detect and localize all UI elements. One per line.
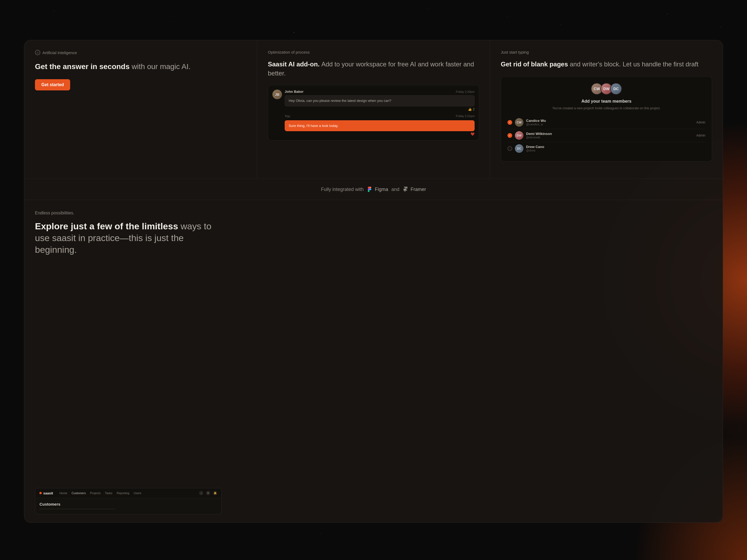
mini-logo: saasit: [40, 491, 53, 495]
mini-nav-customers[interactable]: Customers: [72, 491, 86, 495]
top-section: ⊙ Artificial Inteligence Get the answer …: [24, 40, 723, 179]
team-member-row-2: ✓ DW Demi Wilkinson @demiwilk Admin: [508, 129, 705, 142]
member-checkbox-3[interactable]: [508, 146, 512, 151]
mini-logo-dot: [40, 492, 42, 494]
chat-sent-row: You Friday 2:21pm Sure thing, I'll have …: [273, 114, 474, 136]
team-avatar-3: DC: [610, 83, 622, 95]
member-role-2: Admin: [696, 134, 705, 137]
member-info-1: Candice Wu @candice_w: [526, 119, 694, 126]
mini-settings-icon[interactable]: ⚙: [206, 491, 210, 495]
chat-reaction: 👍 2: [285, 107, 474, 111]
team-member-row-1: ✓ CW Candice Wu @candice_w Admin: [508, 116, 705, 129]
col1-badge-text: Artificial Inteligence: [43, 50, 77, 55]
chat-received-row: JB John Baker Friday 2:20pm Hey Olivia, …: [273, 89, 474, 111]
you-label: You: [285, 114, 290, 118]
member-info-2: Demi Wilkinson @demiwilk: [526, 132, 694, 139]
chat-sender-time: Friday 2:20pm: [456, 90, 474, 93]
team-member-row-3: DC Drew Cano @drew: [508, 142, 705, 155]
col2-title-bold: Saasit AI add-on.: [268, 60, 319, 68]
figma-integration: Figma: [367, 186, 388, 192]
member-avatar-2: DW: [515, 131, 523, 140]
member-handle-3: @drew: [526, 149, 703, 152]
mini-page-title: Customers: [40, 502, 217, 506]
integration-bar: Fully integrated with Figma and: [24, 179, 723, 200]
col2-title: Saasit AI add-on. Add to your workspace …: [268, 60, 479, 78]
mini-nav-projects[interactable]: Projects: [90, 491, 101, 495]
main-card: ⊙ Artificial Inteligence Get the answer …: [24, 40, 723, 523]
chat-bubble-received: Hey Olivia, can you please review the la…: [285, 95, 474, 106]
chat-sender-name: John Baker: [285, 89, 304, 94]
mini-search-icon[interactable]: ⌕: [199, 491, 203, 495]
mini-nav-users[interactable]: Users: [134, 491, 141, 495]
bottom-section: Endless possibilities. Explore just a fe…: [24, 200, 723, 523]
col1-title-normal: with our magic AI.: [132, 62, 191, 71]
chat-bubble-sent: Sure thing, I'll have a look today.: [285, 120, 474, 131]
col1-title-bold: Get the answer in seconds: [35, 62, 130, 71]
col-addon: Optimization of process Saasit AI add-on…: [257, 40, 490, 179]
member-name-1: Candice Wu: [526, 119, 694, 123]
mini-nav-tasks[interactable]: Tasks: [105, 491, 112, 495]
team-card-subtitle: You've created a new project! Invite col…: [508, 106, 705, 111]
bottom-title-bold: Explore just a few of the limitless: [35, 221, 178, 231]
member-checkbox-2[interactable]: ✓: [508, 133, 512, 138]
framer-label: Framer: [411, 187, 426, 192]
chat-sender-avatar: JB: [273, 89, 282, 99]
col3-title-normal: and writer's block. Let us handle the fi…: [570, 60, 698, 68]
mini-logo-text: saasit: [43, 491, 53, 495]
col1-badge: ⊙ Artificial Inteligence: [35, 50, 246, 55]
mini-navbar: saasit Home Customers Projects Tasks Rep…: [35, 488, 222, 498]
col3-title: Get rid of blank pages and writer's bloc…: [501, 60, 712, 69]
member-avatar-3: DC: [515, 144, 523, 153]
integration-text: Fully integrated with: [321, 187, 364, 192]
member-handle-2: @demiwilk: [526, 136, 694, 139]
mini-app-screenshot: saasit Home Customers Projects Tasks Rep…: [35, 488, 222, 514]
member-info-3: Drew Cano @drew: [526, 145, 703, 152]
member-avatar-1: CW: [515, 118, 523, 127]
team-avatars: CW DW DC: [508, 83, 705, 95]
chat-you-reaction: ❤️: [285, 132, 474, 136]
framer-integration: Framer: [403, 186, 426, 192]
team-card-title: Add your team members: [508, 99, 705, 104]
chat-container: JB John Baker Friday 2:20pm Hey Olivia, …: [268, 85, 479, 140]
member-role-1: Admin: [696, 121, 705, 124]
mini-bell-icon[interactable]: 🔔: [213, 491, 217, 495]
mini-page-hint: ────────────────────────────────────────: [40, 507, 217, 510]
col-ai: ⊙ Artificial Inteligence Get the answer …: [24, 40, 257, 179]
you-time: Friday 2:21pm: [456, 114, 474, 119]
col3-title-bold: Get rid of blank pages: [501, 60, 568, 68]
ai-badge-icon: ⊙: [35, 50, 40, 55]
mini-nav-reporting[interactable]: Reporting: [117, 491, 129, 495]
member-name-2: Demi Wilkinson: [526, 132, 694, 136]
framer-icon: [403, 186, 408, 192]
get-started-button[interactable]: Get started: [35, 79, 70, 90]
mini-content: Customers ──────────────────────────────…: [35, 498, 222, 514]
chat-header-received: John Baker Friday 2:20pm: [285, 89, 474, 94]
mini-nav-links: Home Customers Projects Tasks Reporting …: [59, 491, 141, 495]
integration-and: and: [391, 187, 400, 192]
bottom-badge: Endless possibilities.: [35, 211, 712, 215]
mini-nav-right: ⌕ ⚙ 🔔: [199, 491, 217, 495]
figma-label: Figma: [375, 187, 388, 192]
col2-badge-text: Optimization of process: [268, 50, 479, 54]
member-name-3: Drew Cano: [526, 145, 703, 149]
member-checkbox-1[interactable]: ✓: [508, 120, 512, 125]
col3-badge-text: Just start typing: [501, 50, 712, 54]
col1-title: Get the answer in seconds with our magic…: [35, 61, 246, 72]
bottom-title: Explore just a few of the limitless ways…: [35, 220, 222, 256]
chat-bubble-area-received: John Baker Friday 2:20pm Hey Olivia, can…: [285, 89, 474, 111]
mini-nav-home[interactable]: Home: [59, 491, 67, 495]
figma-icon: [367, 186, 373, 192]
member-handle-1: @candice_w: [526, 123, 694, 126]
col-blank-pages: Just start typing Get rid of blank pages…: [490, 40, 723, 179]
team-card: CW DW DC Add your team members You've cr…: [501, 76, 712, 162]
